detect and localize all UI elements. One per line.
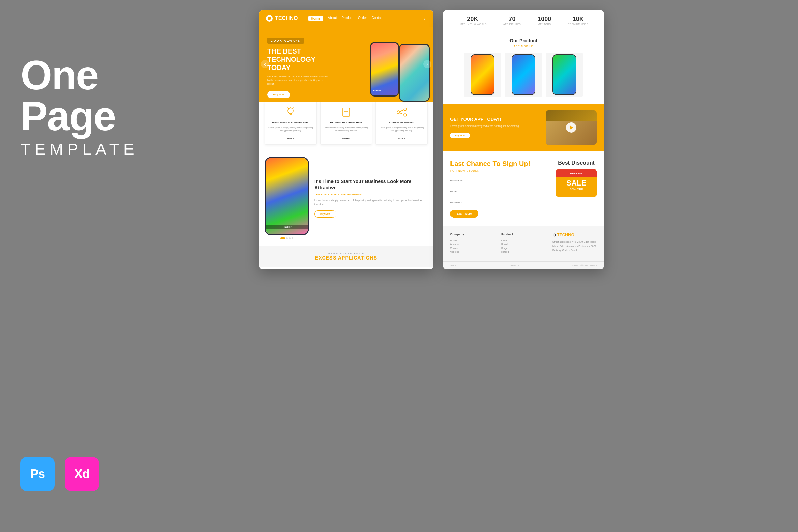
app-promo-button[interactable]: Buy Now [450, 133, 470, 138]
footer-link-contact[interactable]: Contact [450, 247, 494, 249]
nav-logo: TECHNO [266, 15, 298, 22]
business-dots [280, 237, 293, 239]
feature-3-more[interactable]: MORE [379, 135, 424, 139]
footer-link-profile[interactable]: Profile [450, 239, 494, 242]
footer-link-cake[interactable]: Cake [501, 239, 546, 242]
business-section: Traveler It's Time to Start Your Busines… [259, 150, 433, 246]
site-nav: TECHNO Home About Product Order Contact … [259, 10, 433, 27]
feature-2-text: Lorem Ipsum is simply dummy text of the … [324, 126, 369, 132]
svg-rect-4 [343, 108, 350, 116]
app-promo-title: GET YOUR APP TODAY! [450, 117, 540, 122]
business-tag: TEMPLATE FOR YOUR BUSINESS [314, 193, 428, 196]
business-phone: Traveler [265, 157, 309, 235]
feature-2-more[interactable]: MORE [324, 135, 369, 139]
business-text: Lorem Ipsum is simply dummy text of the … [314, 198, 428, 206]
nav-link-order[interactable]: Order [358, 16, 367, 21]
business-title: It's Time to Start Your Business Look Mo… [314, 178, 428, 191]
hero-phone-front-screen: Journey [371, 43, 398, 95]
play-triangle-icon [570, 125, 573, 130]
ps-icon: Ps [20, 457, 55, 491]
signup-section: Last Chance To Sign Up! FOR NEW STUDENT … [443, 151, 604, 226]
stat-mentors-label: MENTORS [537, 23, 551, 25]
title-line1: One [20, 52, 98, 98]
feature-1-title: Fresh Ideas & Brainstorming [268, 121, 313, 124]
nav-link-product[interactable]: Product [342, 16, 353, 21]
email-input[interactable] [450, 188, 549, 195]
hero-arrow-right[interactable]: › [423, 60, 431, 68]
svg-line-1 [287, 107, 289, 109]
stat-fitures-number: 70 [503, 16, 521, 23]
business-content: It's Time to Start Your Business Look Mo… [314, 178, 428, 218]
product-phones [450, 53, 597, 97]
feature-1-more[interactable]: MORE [268, 135, 313, 139]
footer-contact-link[interactable]: Contact Us [509, 264, 519, 266]
discount-title: Best Discount [556, 160, 597, 166]
hero-phone-back [399, 44, 430, 102]
product-phone-3-inner [552, 54, 576, 95]
footer-link-address[interactable]: Address [450, 251, 494, 253]
stat-mentors: 1000 MENTORS [537, 16, 551, 25]
hero-text: It is a long established fact that a rea… [267, 75, 330, 86]
play-button[interactable] [566, 122, 576, 133]
sale-badge: WEEKEND SALE 80% OFF [556, 169, 597, 197]
hero-phones: Journey [368, 33, 433, 102]
express-icon [340, 106, 352, 118]
hero-phone-front: Journey [370, 42, 399, 97]
feature-2-title: Express Your Ideas Here [324, 121, 369, 124]
stat-users-label: USER IN THW WORLD [458, 23, 487, 25]
nav-link-home[interactable]: Home [308, 16, 323, 21]
password-input[interactable] [450, 199, 549, 206]
our-product-section: Our Product APP MOBILE [443, 31, 604, 104]
hero-phone-back-screen [400, 45, 429, 101]
product-phone-1 [464, 53, 501, 97]
footer-product-title: Product [501, 233, 546, 236]
footer-link-burger[interactable]: Burger [501, 247, 546, 249]
fullname-input[interactable] [450, 177, 549, 184]
svg-point-8 [404, 108, 407, 111]
hero-title: THE BEST TECHNOLOGY TODAY [267, 47, 336, 72]
signup-button[interactable]: Learn More [450, 210, 478, 218]
business-phone-label: Traveler [266, 225, 308, 229]
panels-container: TECHNO Home About Product Order Contact … [259, 10, 771, 269]
website-right-mockup: 20K USER IN THW WORLD 70 APP FITURES 100… [443, 10, 604, 269]
footer-address: Street addresses: 445 Mount Eden Road, M… [552, 240, 597, 252]
dot-1 [280, 237, 285, 239]
feature-card-1: Fresh Ideas & Brainstorming Lorem Ipsum … [265, 101, 317, 145]
footer-col-company: Company Profile About us Contact Address [450, 233, 494, 254]
business-phone-screen [266, 158, 308, 234]
signup-cta: Last Chance To Sign Up! [450, 160, 549, 168]
nav-logo-text: TECHNO [275, 15, 298, 21]
hero-badge: LOOK ALWAYS [267, 38, 304, 44]
feature-3-title: Share your Moment [379, 121, 424, 124]
footer-logo: ⊙ TECHNO [552, 233, 597, 237]
product-phone-2-inner [512, 54, 535, 95]
dot-3 [289, 237, 291, 239]
nav-link-contact[interactable]: Contact [372, 16, 383, 21]
left-panel: One Page TEMPLATE [20, 55, 138, 159]
ux-title: EXCESS APPLICATIONS [265, 255, 428, 261]
business-phone-wrapper: Traveler [265, 157, 309, 239]
footer-col-product: Product Cake Bread Burger Hotdog [501, 233, 546, 254]
feature-card-2: Express Your Ideas Here Lorem Ipsum is s… [320, 101, 372, 145]
sale-label: WEEKEND [570, 172, 583, 175]
footer-status-link[interactable]: Status [450, 264, 456, 266]
footer-link-hotdog[interactable]: Hotdog [501, 251, 546, 253]
ux-label: USER EXPERIANCE [265, 252, 428, 255]
business-buy-button[interactable]: Buy Now [314, 210, 336, 218]
footer-link-about[interactable]: About us [450, 243, 494, 246]
website-left-mockup: TECHNO Home About Product Order Contact … [259, 10, 433, 269]
hero-arrow-left[interactable]: ‹ [261, 60, 269, 68]
ux-section: USER EXPERIANCE EXCESS APPLICATIONS [259, 246, 433, 267]
hero-buy-button[interactable]: Buy Now [267, 91, 290, 98]
xd-icon: Xd [65, 457, 99, 491]
app-promo-text: Lorem ipsum is simply dummy text of the … [450, 124, 540, 128]
video-thumbnail [546, 110, 597, 145]
stat-fitures-label: APP FITURES [503, 23, 521, 25]
footer-col-info: ⊙ TECHNO Street addresses: 445 Mount Ede… [552, 233, 597, 254]
product-phone-2-screen [512, 55, 535, 94]
nav-link-about[interactable]: About [328, 16, 337, 21]
feature-1-text: Lorem Ipsum is simply dummy text of the … [268, 126, 313, 132]
search-icon[interactable]: ⌕ [424, 16, 426, 21]
main-title: One Page [20, 55, 138, 136]
footer-link-bread[interactable]: Bread [501, 243, 546, 246]
